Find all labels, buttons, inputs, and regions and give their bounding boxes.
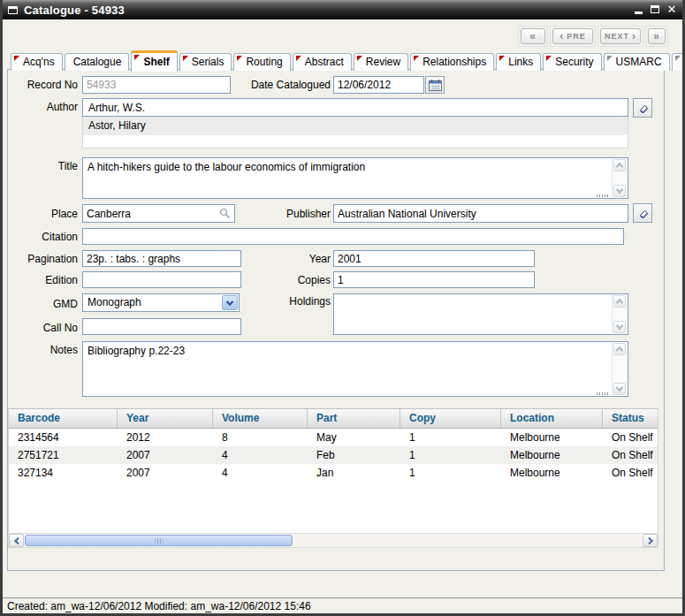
grid-header: Barcode Year Volume Part Copy Location S… <box>9 408 658 429</box>
tab-links[interactable]: Links <box>496 53 541 71</box>
author-list[interactable]: Arthur, W.S. Astor, Hilary <box>82 98 628 148</box>
grid-cell: 2007 <box>118 446 213 464</box>
scroll-up-button[interactable] <box>613 159 626 171</box>
tab-usmarc[interactable]: USMARC <box>604 53 670 71</box>
tab-label: Relationships <box>422 56 486 68</box>
column-header-copy[interactable]: Copy <box>400 409 501 428</box>
edition-field[interactable] <box>82 271 241 288</box>
tab-label: USMARC <box>616 56 662 68</box>
close-icon: ✕ <box>667 4 677 15</box>
column-header-barcode[interactable]: Barcode <box>9 409 118 428</box>
grid-row[interactable]: 2751721 2007 4 Feb 1 Melbourne On Shelf <box>9 446 658 464</box>
grid-row[interactable]: 327134 2007 4 Jan 1 Melbourne On Shelf <box>9 464 658 482</box>
grid-cell: 1 <box>400 464 501 482</box>
gmd-select[interactable]: Monograph <box>82 293 240 312</box>
author-authority-button[interactable] <box>633 98 652 118</box>
grid-cell: 8 <box>213 429 308 446</box>
tab-label: Abstract <box>305 56 344 68</box>
year-field[interactable] <box>333 250 535 267</box>
scroll-down-button[interactable] <box>613 321 626 333</box>
minimize-icon <box>635 11 643 14</box>
nav-prev-button[interactable]: ‹PRE <box>552 28 593 44</box>
chevron-up-icon <box>616 163 623 170</box>
column-header-volume[interactable]: Volume <box>213 409 308 428</box>
publisher-authority-button[interactable] <box>633 203 652 223</box>
author-item[interactable]: Arthur, W.S. <box>82 98 628 117</box>
grid-cell: 1 <box>400 429 501 446</box>
tab-security[interactable]: Security <box>543 53 601 71</box>
maximize-icon <box>651 5 659 13</box>
tab-review[interactable]: Review <box>354 53 408 71</box>
nav-first-cell: « <box>518 26 548 47</box>
chevron-up-icon <box>616 299 623 306</box>
call-no-field[interactable] <box>82 318 241 335</box>
hscroll-left-button[interactable] <box>9 534 24 547</box>
notes-scrollbar[interactable] <box>612 343 627 395</box>
tab-flag-icon <box>357 56 362 61</box>
tab-relationships[interactable]: Relationships <box>410 53 494 71</box>
date-catalogued-field[interactable] <box>333 76 424 94</box>
scroll-down-button[interactable] <box>613 185 626 197</box>
scroll-up-button[interactable] <box>613 343 626 355</box>
copies-field[interactable] <box>333 271 535 288</box>
nav-next-button[interactable]: NEXT› <box>600 28 641 44</box>
tab-acqns[interactable]: Acq'ns <box>11 53 63 71</box>
grid-cell: 4 <box>213 446 308 464</box>
hscroll-right-button[interactable] <box>643 534 658 547</box>
tab-routing[interactable]: Routing <box>233 53 290 71</box>
column-header-status[interactable]: Status <box>603 409 658 428</box>
citation-field[interactable] <box>82 228 624 245</box>
resize-grip[interactable] <box>597 392 610 395</box>
tab-abstract[interactable]: Abstract <box>293 53 352 71</box>
column-header-location[interactable]: Location <box>501 409 603 428</box>
tab-flag-icon <box>414 56 419 61</box>
tab-custom[interactable]: Custom <box>672 53 685 71</box>
tab-flag-icon <box>607 56 613 61</box>
thumb-grip-icon <box>155 538 163 544</box>
scroll-down-button[interactable] <box>613 383 626 395</box>
scroll-up-button[interactable] <box>613 295 626 308</box>
nav-prev-cell: ‹PRE <box>550 26 596 47</box>
tab-catalogue[interactable]: Catalogue <box>65 53 130 71</box>
place-field[interactable] <box>82 204 235 223</box>
maximize-button[interactable] <box>649 4 661 15</box>
grid-cell: 2751721 <box>9 446 118 464</box>
chevron-right-icon: › <box>632 32 636 41</box>
call-no-label: Call No <box>2 322 78 334</box>
column-header-part[interactable]: Part <box>308 409 400 428</box>
tab-label: Security <box>555 56 593 68</box>
chevron-down-icon <box>226 298 233 305</box>
close-button[interactable]: ✕ <box>666 4 678 15</box>
minimize-button[interactable] <box>632 4 644 15</box>
title-scrollbar[interactable] <box>612 159 627 197</box>
status-text: Created: am_wa-12/06/2012 Modified: am_w… <box>7 600 311 612</box>
calendar-button[interactable] <box>425 76 445 94</box>
horizontal-scrollbar[interactable] <box>8 533 658 548</box>
resize-grip[interactable] <box>597 194 610 197</box>
column-header-year[interactable]: Year <box>118 409 213 428</box>
double-chevron-left-icon: « <box>529 32 537 41</box>
eraser-icon <box>636 102 650 115</box>
chevron-down-icon <box>616 322 623 329</box>
gmd-dropdown-button[interactable] <box>222 295 238 310</box>
tab-serials[interactable]: Serials <box>179 53 232 71</box>
title-textarea[interactable]: A hitch-hikers guide to the labour econo… <box>82 157 628 199</box>
holdings-textarea[interactable] <box>333 293 628 335</box>
tab-shelf[interactable]: Shelf <box>131 50 177 72</box>
chevron-down-icon <box>616 384 623 391</box>
pagination-field[interactable] <box>82 250 241 267</box>
notes-text: Bibliography p.22-23 <box>88 345 608 358</box>
notes-textarea[interactable]: Bibliography p.22-23 <box>82 341 628 397</box>
author-item[interactable]: Astor, Hilary <box>83 117 628 135</box>
search-icon[interactable] <box>219 208 231 219</box>
calendar-icon <box>429 80 442 91</box>
place-label: Place <box>2 208 78 220</box>
grid-cell: Melbourne <box>501 429 603 446</box>
hscroll-thumb[interactable] <box>25 535 293 546</box>
holdings-scrollbar[interactable] <box>612 295 627 333</box>
grid-row[interactable]: 2314564 2012 8 May 1 Melbourne On Shelf <box>9 429 658 446</box>
record-no-field[interactable] <box>82 76 231 94</box>
publisher-field[interactable] <box>333 204 628 223</box>
nav-first-button[interactable]: « <box>521 28 545 44</box>
nav-last-button[interactable]: » <box>648 28 666 44</box>
